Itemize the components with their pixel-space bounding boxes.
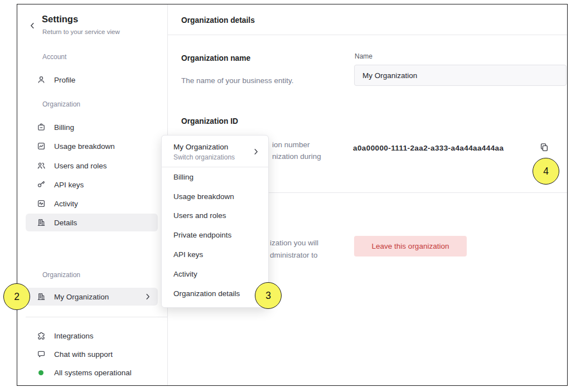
annotation-badge-3: 3 xyxy=(255,282,282,309)
sidebar-item-label: All systems operational xyxy=(54,369,132,377)
menu-item-users-and-roles[interactable]: Users and roles xyxy=(162,206,268,226)
sidebar-item-label: Users and roles xyxy=(54,162,107,170)
key-icon xyxy=(37,180,46,189)
annotation-badge-2: 2 xyxy=(3,283,30,310)
menu-item-api-keys[interactable]: API keys xyxy=(162,245,268,264)
sidebar-item-system-status[interactable]: All systems operational xyxy=(26,364,158,381)
name-field-label: Name xyxy=(355,52,372,60)
organization-id-value: a0a00000-1111-2aa2-a333-a4a44aa444aa xyxy=(353,144,504,152)
sidebar-item-label: Chat with support xyxy=(54,350,113,359)
org-id-description-fragment: ion number xyxy=(272,141,310,149)
section-label-account: Account xyxy=(42,53,66,61)
menu-item-private-endpoints[interactable]: Private endpoints xyxy=(162,225,268,245)
section-label-organization: Organization xyxy=(42,100,80,108)
leave-organization-button[interactable]: Leave this organization xyxy=(354,236,467,257)
billing-icon xyxy=(37,123,46,132)
organization-name-input[interactable] xyxy=(354,65,567,86)
activity-icon xyxy=(37,199,46,208)
copy-button[interactable] xyxy=(537,140,551,154)
sidebar-item-label: Integrations xyxy=(54,332,94,340)
chevron-right-icon xyxy=(143,292,152,301)
menu-item-billing[interactable]: Billing xyxy=(162,167,268,187)
users-icon xyxy=(37,161,46,170)
menu-item-organization-details[interactable]: Organization details xyxy=(162,284,268,303)
leave-description-fragment: ization you will xyxy=(270,239,318,247)
sidebar-item-label: Details xyxy=(54,219,77,227)
building-icon xyxy=(37,292,46,301)
sidebar-item-billing[interactable]: Billing xyxy=(26,118,158,136)
sidebar-item-users-and-roles[interactable]: Users and roles xyxy=(26,157,158,175)
section-label-organization-switcher: Organization xyxy=(42,271,80,279)
sidebar-item-label: Activity xyxy=(54,200,78,208)
sidebar-divider xyxy=(26,317,167,317)
org-name-section-title: Organization name xyxy=(181,54,250,62)
sidebar-item-label: My Organization xyxy=(54,293,109,301)
org-id-description-fragment: nization during xyxy=(272,152,321,161)
puzzle-icon xyxy=(37,331,46,340)
sidebar-item-profile[interactable]: Profile xyxy=(26,71,158,89)
sidebar-item-activity[interactable]: Activity xyxy=(26,195,158,212)
sidebar-item-my-organization[interactable]: My Organization xyxy=(26,288,158,306)
sidebar-item-label: Billing xyxy=(54,123,74,132)
status-dot-icon xyxy=(37,368,46,377)
menu-item-activity[interactable]: Activity xyxy=(162,264,268,284)
leave-description-fragment: dministrator to xyxy=(270,251,318,259)
page-title: Organization details xyxy=(181,16,255,25)
copy-icon xyxy=(539,142,549,152)
menu-org-subtitle: Switch organizations xyxy=(173,153,235,161)
building-icon xyxy=(37,218,46,227)
settings-page: Settings Return to your service view Acc… xyxy=(0,0,571,392)
sidebar-item-label: Profile xyxy=(54,76,75,84)
sidebar-item-usage-breakdown[interactable]: Usage breakdown xyxy=(26,137,158,155)
person-icon xyxy=(37,75,46,84)
org-id-section-title: Organization ID xyxy=(181,117,238,125)
chevron-right-icon xyxy=(251,147,260,156)
sidebar-title: Settings xyxy=(42,14,78,25)
sidebar-item-integrations[interactable]: Integrations xyxy=(26,327,158,345)
sidebar-item-label: Usage breakdown xyxy=(54,142,115,151)
sidebar-item-chat-with-support[interactable]: Chat with support xyxy=(26,345,158,363)
back-button[interactable] xyxy=(28,21,37,32)
organization-switcher-menu: My Organization Switch organizations Bil… xyxy=(161,135,269,308)
header-divider xyxy=(168,35,567,35)
annotation-badge-4: 4 xyxy=(533,158,559,185)
menu-org-title: My Organization xyxy=(173,143,235,151)
menu-item-usage-breakdown[interactable]: Usage breakdown xyxy=(162,187,268,206)
sidebar-subtitle[interactable]: Return to your service view xyxy=(42,28,120,35)
chat-bubble-icon xyxy=(37,350,46,359)
sidebar-item-api-keys[interactable]: API keys xyxy=(26,176,158,193)
sidebar-item-label: API keys xyxy=(54,181,84,189)
chart-icon xyxy=(37,142,46,151)
org-name-description: The name of your business entity. xyxy=(181,76,294,85)
chevron-left-icon xyxy=(28,21,37,30)
menu-items: Billing Usage breakdown Users and roles … xyxy=(162,167,268,303)
menu-org-switcher[interactable]: My Organization Switch organizations xyxy=(162,135,268,167)
sidebar-item-details[interactable]: Details xyxy=(26,214,158,231)
